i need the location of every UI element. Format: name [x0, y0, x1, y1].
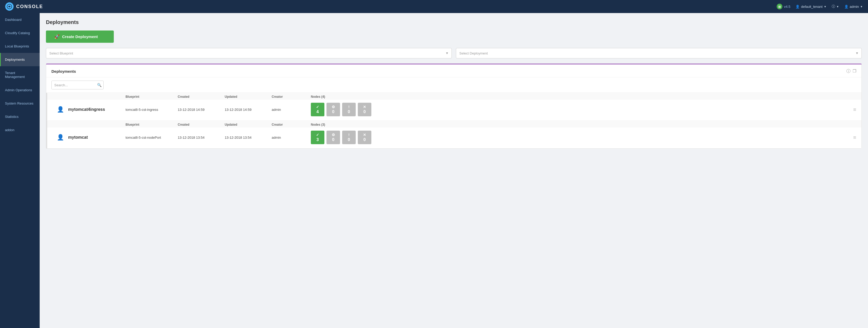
check-icon-2: ✓: [316, 133, 319, 137]
app-title: CONSOLE: [16, 4, 43, 9]
dep2-name[interactable]: mytomcat: [68, 135, 126, 140]
dep1-nodes-section: ✓ 4 ⚙ 0 ! 0 ✕ 0: [311, 103, 846, 116]
dep2-nodes-warn: 0: [348, 137, 350, 142]
dep2-nodes-loading-badge: ⚙ 0: [327, 131, 340, 144]
dep1-nodes-ok-badge: ✓ 4: [311, 103, 324, 116]
help-chevron: ▼: [836, 5, 839, 8]
col-updated-1: Updated: [225, 95, 272, 99]
tenant-name: default_tenant: [801, 5, 822, 9]
top-nav-right: ▩ v4.5 👤 default_tenant ▼ ⓘ ▼ 👤 admin ▼: [777, 4, 863, 9]
col-nodes-1: Nodes (4): [311, 95, 846, 99]
blueprint-filter[interactable]: Select Blueprint: [46, 48, 452, 58]
main-content: Deployments 🚀 Create Deployment Select B…: [40, 13, 868, 328]
sidebar-item-tenant[interactable]: Tenant Management: [0, 66, 40, 84]
warn-icon: !: [348, 105, 350, 109]
error-icon: ✕: [363, 105, 366, 109]
dep2-nodes-error: 0: [364, 137, 366, 142]
dep1-nodes-warn: 0: [348, 109, 350, 114]
create-button-label: Create Deployment: [62, 34, 98, 39]
deployments-panel: Deployments ⓘ ❐ 🔍 Blueprint: [46, 64, 862, 149]
dep2-user-icon: 👤: [53, 134, 68, 141]
col-blueprint-1: Blueprint: [126, 95, 178, 99]
dep1-nodes-loading-badge: ⚙ 0: [327, 103, 340, 116]
deployment-filter-wrapper: Select Deployment ▼: [456, 48, 862, 58]
col-blueprint-2: Blueprint: [126, 123, 178, 127]
dep1-menu-icon[interactable]: ≡: [846, 107, 856, 112]
dep2-nodes-loading: 0: [332, 137, 335, 142]
help-icon: ⓘ: [832, 4, 835, 9]
panel-header: Deployments ⓘ ❐: [46, 64, 862, 77]
dep1-nodes-warn-badge: ! 0: [342, 103, 356, 116]
dep1-created: 13-12-2018 14:59: [178, 108, 225, 111]
sidebar-item-addon[interactable]: addon: [0, 123, 40, 137]
dep1-nodes-error: 0: [364, 109, 366, 114]
sidebar-item-dashboard[interactable]: Dashboard: [0, 13, 40, 26]
dep1-user-icon: 👤: [53, 106, 68, 113]
sidebar-item-deployments[interactable]: Deployments: [0, 53, 40, 66]
dep2-nodes-ok: 3: [316, 137, 319, 142]
col-created-1: Created: [178, 95, 225, 99]
logo-icon: [5, 2, 13, 11]
rocket-icon: 🚀: [54, 34, 60, 39]
tenant-selector[interactable]: 👤 default_tenant ▼: [796, 5, 826, 9]
col-creator-2: Creator: [272, 123, 311, 127]
sidebar-item-system[interactable]: System Resources: [0, 97, 40, 110]
dep2-nodes-section: ✓ 3 ⚙ 0 ! 0 ✕ 0: [311, 131, 846, 144]
help-panel-icon[interactable]: ⓘ: [846, 69, 850, 74]
admin-label: admin: [850, 5, 859, 9]
col-creator-1: Creator: [272, 95, 311, 99]
sidebar: Dashboard Cloudify Catalog Local Bluepri…: [0, 13, 40, 328]
dep1-updated: 13-12-2018 14:59: [225, 108, 272, 111]
dep2-nodes-error-badge: ✕ 0: [358, 131, 371, 144]
warn-icon-2: !: [348, 133, 350, 137]
sidebar-item-catalog[interactable]: Cloudify Catalog: [0, 26, 40, 40]
admin-icon: 👤: [844, 5, 848, 9]
status-dot: ▩: [777, 4, 782, 9]
dep2-created: 13-12-2018 13:54: [178, 136, 225, 139]
col-updated-2: Updated: [225, 123, 272, 127]
deployment-filter[interactable]: Select Deployment: [456, 48, 862, 58]
search-input[interactable]: [52, 80, 103, 90]
deployment-item-2: Blueprint Created Updated Creator Nodes …: [46, 121, 862, 149]
version-label: v4.5: [784, 5, 790, 9]
layout: Dashboard Cloudify Catalog Local Bluepri…: [0, 13, 868, 328]
page-title: Deployments: [46, 19, 862, 25]
blueprint-filter-wrapper: Select Blueprint ▼: [46, 48, 452, 58]
sidebar-item-statistics[interactable]: Statistics: [0, 110, 40, 123]
help-button[interactable]: ⓘ ▼: [832, 4, 839, 9]
sidebar-item-admin[interactable]: Admin Operations: [0, 84, 40, 97]
version-indicator: ▩ v4.5: [777, 4, 790, 9]
dep1-creator: admin: [272, 108, 311, 111]
dep2-menu-icon[interactable]: ≡: [846, 135, 856, 140]
sidebar-item-blueprints[interactable]: Local Blueprints: [0, 40, 40, 53]
search-wrapper: 🔍: [46, 77, 862, 93]
brand: CONSOLE: [5, 2, 43, 11]
col-nodes-2: Nodes (3): [311, 123, 846, 127]
search-input-wrap: 🔍: [52, 80, 103, 90]
loading-icon-2: ⚙: [332, 133, 335, 137]
deployment-item-1: Blueprint Created Updated Creator Nodes …: [46, 93, 862, 121]
check-icon: ✓: [316, 105, 319, 109]
dep2-blueprint: tomcat8-5-cst-nodePort: [126, 136, 178, 139]
tenant-chevron: ▼: [824, 5, 827, 8]
dep1-nodes-error-badge: ✕ 0: [358, 103, 371, 116]
dep1-blueprint: tomcat8-5-cst-ingress: [126, 108, 178, 111]
search-icon[interactable]: 🔍: [97, 83, 101, 87]
admin-chevron: ▼: [860, 5, 863, 8]
top-navigation: CONSOLE ▩ v4.5 👤 default_tenant ▼ ⓘ ▼ 👤 …: [0, 0, 868, 13]
panel-title: Deployments: [52, 69, 76, 73]
dep1-nodes-loading: 0: [332, 109, 335, 114]
expand-icon[interactable]: ❐: [852, 69, 856, 74]
filter-row: Select Blueprint ▼ Select Deployment ▼: [46, 48, 862, 58]
error-icon-2: ✕: [363, 133, 366, 137]
dep1-nodes-ok: 4: [316, 109, 319, 114]
dep1-name[interactable]: mytomcat4ingress: [68, 107, 126, 112]
admin-menu[interactable]: 👤 admin ▼: [844, 5, 863, 9]
col-created-2: Created: [178, 123, 225, 127]
dep2-nodes-ok-badge: ✓ 3: [311, 131, 324, 144]
create-deployment-button[interactable]: 🚀 Create Deployment: [46, 31, 114, 43]
loading-icon: ⚙: [332, 105, 335, 109]
dep2-creator: admin: [272, 136, 311, 139]
dep2-updated: 13-12-2018 13:54: [225, 136, 272, 139]
panel-actions: ⓘ ❐: [846, 69, 856, 74]
